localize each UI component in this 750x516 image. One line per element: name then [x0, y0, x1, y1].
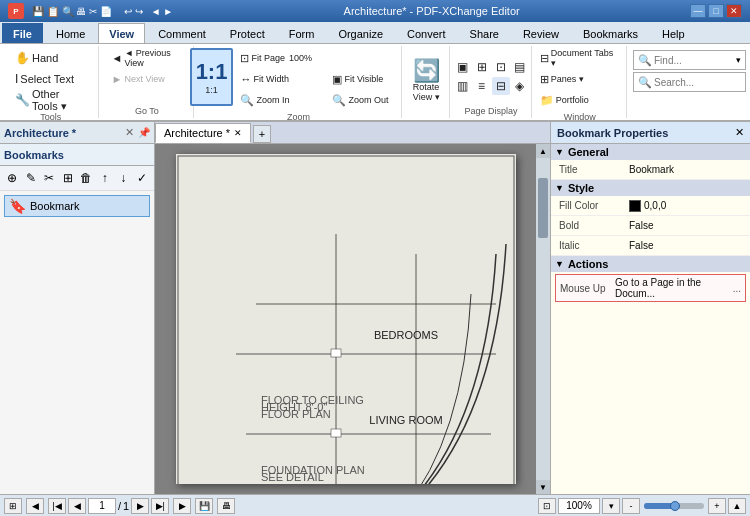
zoom-in-status-btn[interactable]: +	[708, 498, 726, 514]
page-disp-8[interactable]: ◈	[511, 77, 529, 95]
delete-bookmark-btn[interactable]: ✂	[41, 168, 58, 188]
fit-visible-btn[interactable]: ▣ Fit Visible	[327, 69, 407, 89]
doc-tab-close[interactable]: ✕	[234, 128, 242, 138]
tab-form[interactable]: Form	[278, 23, 326, 43]
bookmark-label: Bookmark	[30, 200, 80, 212]
tab-comment[interactable]: Comment	[147, 23, 217, 43]
rotate-view-btn[interactable]: 🔄 RotateView ▾	[408, 52, 445, 110]
panel-close-btn[interactable]: ✕	[125, 126, 134, 139]
close-btn[interactable]: ✕	[726, 4, 742, 18]
tab-convert[interactable]: Convert	[396, 23, 457, 43]
find-dropdown-icon[interactable]: ▾	[736, 55, 741, 65]
page-disp-3[interactable]: ⊡	[492, 58, 510, 76]
status-btn-scroll[interactable]: ▲	[728, 498, 746, 514]
page-disp-7[interactable]: ⊟	[492, 77, 510, 95]
document-tabs-btn[interactable]: ⊟ Document Tabs ▾	[535, 48, 625, 68]
next-view-btn[interactable]: ► Next View	[107, 69, 187, 89]
title-bar-title: Architecture* - PDF-XChange Editor	[173, 5, 690, 17]
status-btn-3[interactable]: ▶	[173, 498, 191, 514]
ribbon-group-tools: ✋ Hand I Select Text 🔧 Other Tools ▾ Too…	[4, 46, 99, 118]
general-section-header[interactable]: ▼ General	[551, 144, 750, 160]
new-tab-btn[interactable]: +	[253, 125, 271, 143]
action-dots-btn[interactable]: ...	[733, 283, 741, 294]
page-disp-4[interactable]: ▤	[511, 58, 529, 76]
bookmarks-toolbar: ⊕ ✎ ✂ ⊞ 🗑 ↑ ↓ ✓	[0, 166, 154, 191]
zoom-select-btn[interactable]: ▾	[602, 498, 620, 514]
prev-view-btn[interactable]: ◄ ◄ Previous View	[107, 48, 188, 68]
next-page-btn[interactable]: ▶	[131, 498, 149, 514]
mouse-up-value: Go to a Page in the Docum...	[615, 277, 733, 299]
status-btn-2[interactable]: ◀	[26, 498, 44, 514]
bookmarks-content: 🔖 Bookmark	[0, 191, 154, 494]
svg-rect-19	[331, 429, 341, 437]
tab-organize[interactable]: Organize	[327, 23, 394, 43]
zoom-slider-thumb[interactable]	[670, 501, 680, 511]
select-text-btn[interactable]: I Select Text	[10, 69, 90, 89]
check-bookmark-btn[interactable]: ✓	[134, 168, 151, 188]
tab-help[interactable]: Help	[651, 23, 696, 43]
page-disp-5[interactable]: ▥	[454, 77, 472, 95]
scrollbar-thumb[interactable]	[538, 178, 548, 238]
panel-pin-btn[interactable]: 📌	[138, 127, 150, 138]
hand-tool-btn[interactable]: ✋ Hand	[10, 48, 90, 68]
zoom-area: ⊡ ▾ - + ▲	[538, 498, 746, 514]
tab-file[interactable]: File	[2, 23, 43, 43]
vertical-scrollbar[interactable]: ▲ ▼	[536, 144, 550, 494]
find-box[interactable]: 🔍 ▾	[633, 50, 746, 70]
search-box[interactable]: 🔍	[633, 72, 746, 92]
status-save-btn[interactable]: 💾	[195, 498, 213, 514]
trash-bookmark-btn[interactable]: 🗑	[78, 168, 95, 188]
fit-page-btn[interactable]: ⊡ Fit Page 100%	[235, 48, 325, 68]
search-input[interactable]	[654, 77, 734, 88]
prev-page-btn[interactable]: ◀	[68, 498, 86, 514]
zoom-in-btn[interactable]: 🔍 Zoom In	[235, 90, 325, 110]
find-input[interactable]	[654, 55, 734, 66]
zoom-in-icon: 🔍	[240, 94, 254, 107]
fit-width-btn[interactable]: ↔ Fit Width	[235, 69, 325, 89]
tab-review[interactable]: Review	[512, 23, 570, 43]
find-search-area: 🔍 ▾ 🔍	[633, 50, 746, 118]
zoom-out-btn[interactable]: 🔍 Zoom Out	[327, 90, 407, 110]
tab-protect[interactable]: Protect	[219, 23, 276, 43]
zoom-buttons: 1:1 1:1 ⊡ Fit Page 100% ↔ Fit Width 🔍 Zo…	[190, 48, 408, 110]
page-disp-2[interactable]: ⊞	[473, 58, 491, 76]
status-btn-1[interactable]: ⊞	[4, 498, 22, 514]
zoom-fit-btn[interactable]: ⊡	[538, 498, 556, 514]
maximize-btn[interactable]: □	[708, 4, 724, 18]
expand-bookmark-btn[interactable]: ⊞	[60, 168, 77, 188]
actions-section-header[interactable]: ▼ Actions	[551, 256, 750, 272]
page-disp-1[interactable]: ▣	[454, 58, 472, 76]
panes-btn[interactable]: ⊞ Panes ▾	[535, 69, 625, 89]
style-section-header[interactable]: ▼ Style	[551, 180, 750, 196]
tab-view[interactable]: View	[98, 23, 145, 43]
tab-bookmarks[interactable]: Bookmarks	[572, 23, 649, 43]
tab-share[interactable]: Share	[459, 23, 510, 43]
zoom-out-status-btn[interactable]: -	[622, 498, 640, 514]
scroll-up-btn[interactable]: ▲	[536, 144, 550, 158]
page-number-input[interactable]	[88, 498, 116, 514]
portfolio-btn[interactable]: 📁 Portfolio	[535, 90, 625, 110]
status-print-btn[interactable]: 🖶	[217, 498, 235, 514]
actual-size-btn[interactable]: 1:1 1:1	[190, 48, 234, 106]
edit-bookmark-btn[interactable]: ✎	[23, 168, 40, 188]
right-panel-close-btn[interactable]: ✕	[735, 126, 744, 139]
actual-size-label: 1:1	[205, 85, 218, 95]
bookmark-item[interactable]: 🔖 Bookmark	[4, 195, 150, 217]
add-bookmark-btn[interactable]: ⊕	[4, 168, 21, 188]
scroll-down-btn[interactable]: ▼	[536, 480, 550, 494]
page-disp-6[interactable]: ≡	[473, 77, 491, 95]
style-section-label: Style	[568, 182, 594, 194]
down-bookmark-btn[interactable]: ↓	[115, 168, 132, 188]
zoom-input[interactable]	[558, 498, 600, 514]
other-tools-btn[interactable]: 🔧 Other Tools ▾	[10, 90, 92, 110]
zoom-slider[interactable]	[644, 503, 704, 509]
svg-rect-0	[176, 154, 516, 484]
doc-tab-architecture[interactable]: Architecture * ✕	[155, 123, 251, 143]
minimize-btn[interactable]: —	[690, 4, 706, 18]
last-page-btn[interactable]: ▶|	[151, 498, 169, 514]
up-bookmark-btn[interactable]: ↑	[97, 168, 114, 188]
tab-home[interactable]: Home	[45, 23, 96, 43]
first-page-btn[interactable]: |◀	[48, 498, 66, 514]
zoom-group-label: Zoom	[287, 110, 310, 122]
next-view-icon: ►	[112, 73, 123, 85]
